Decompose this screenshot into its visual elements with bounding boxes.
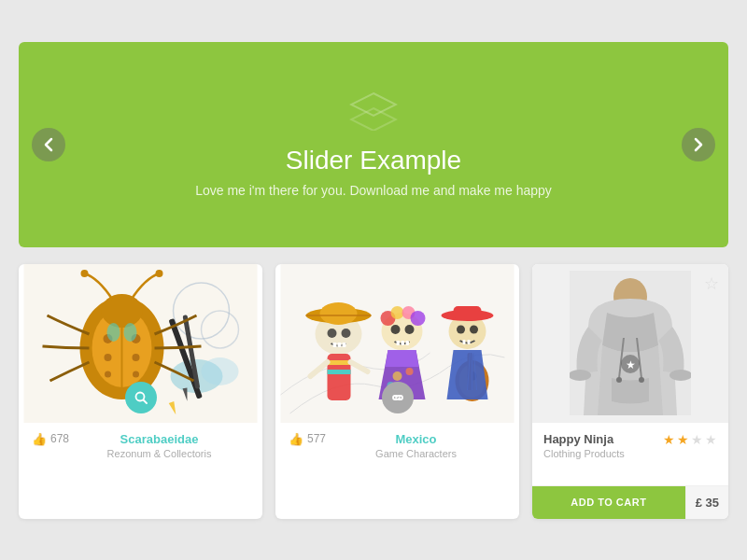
artwork-card-mexico: 👍 577 Mexico Game Characters xyxy=(275,264,519,519)
svg-rect-50 xyxy=(402,341,405,345)
star-1: ★ xyxy=(663,432,675,447)
svg-point-33 xyxy=(342,329,351,338)
like-icon-mexico: 👍 xyxy=(289,432,303,446)
artwork-card-scarabaeidae: 👍 678 Scarabaeidae Rezonum & Collectoris xyxy=(19,264,262,519)
svg-point-80 xyxy=(570,370,591,381)
product-rating: ★ ★ ★ ★ xyxy=(663,432,717,447)
product-grid: 👍 678 Scarabaeidae Rezonum & Collectoris xyxy=(19,264,728,519)
artwork-meta-scarabaeidae: Scarabaeidae Rezonum & Collectoris xyxy=(69,432,249,459)
svg-rect-36 xyxy=(343,343,346,347)
hero-slider: Slider Example Love me i'm there for you… xyxy=(19,42,728,247)
likes-count: 678 xyxy=(50,432,69,445)
artwork-search-button-scarabaeidae[interactable] xyxy=(125,382,157,413)
svg-point-21 xyxy=(133,354,140,361)
svg-point-61 xyxy=(470,325,478,333)
layers-icon xyxy=(195,91,552,134)
artwork-likes-mexico: 👍 577 xyxy=(289,432,326,446)
star-2: ★ xyxy=(677,432,689,447)
svg-point-18 xyxy=(105,354,112,361)
product-category: Clothing Products xyxy=(543,448,625,459)
svg-point-23 xyxy=(107,323,120,342)
product-info: Happy Ninja Clothing Products ★ ★ ★ ★ xyxy=(532,423,728,476)
svg-rect-38 xyxy=(328,360,351,365)
page-wrapper: Slider Example Love me i'm there for you… xyxy=(19,42,728,519)
slider-subtitle: Love me i'm there for you. Download me a… xyxy=(195,183,552,198)
artwork-info-mexico: 👍 577 Mexico Game Characters xyxy=(275,423,519,472)
slider-next-button[interactable] xyxy=(682,128,715,161)
like-icon: 👍 xyxy=(32,432,47,446)
svg-point-32 xyxy=(328,329,337,338)
svg-marker-53 xyxy=(386,350,419,367)
svg-point-77 xyxy=(639,377,644,383)
svg-point-46 xyxy=(411,311,426,326)
svg-rect-49 xyxy=(397,341,401,345)
product-card-happy-ninja: ★ ☆ Happy Ninja Clothing Products xyxy=(532,264,728,519)
artwork-image-scarabaeidae xyxy=(19,264,262,423)
svg-marker-71 xyxy=(447,350,488,399)
svg-point-14 xyxy=(102,294,143,328)
svg-text:★: ★ xyxy=(626,358,636,371)
slider-title: Slider Example xyxy=(195,146,552,175)
artwork-author: Rezonum & Collectoris xyxy=(107,448,212,459)
svg-point-54 xyxy=(393,371,402,381)
svg-point-48 xyxy=(405,325,415,334)
add-to-cart-button[interactable]: ADD TO CART xyxy=(532,486,685,519)
star-3: ★ xyxy=(691,432,703,447)
artwork-likes-scarabaeidae: 👍 678 xyxy=(32,432,69,446)
product-actions: ADD TO CART £ 35 xyxy=(532,485,728,519)
slider-prev-button[interactable] xyxy=(32,128,65,161)
svg-point-16 xyxy=(156,270,163,277)
svg-point-30 xyxy=(320,302,358,325)
product-price: £ 35 xyxy=(685,486,728,519)
star-4: ★ xyxy=(705,432,717,447)
svg-point-81 xyxy=(669,370,691,381)
artwork-author-mexico: Game Characters xyxy=(375,448,457,459)
artwork-meta-mexico: Mexico Game Characters xyxy=(326,432,506,459)
svg-rect-51 xyxy=(406,341,410,345)
svg-rect-62 xyxy=(463,340,466,344)
svg-point-6 xyxy=(202,357,239,385)
artwork-title: Scarabaeidae xyxy=(120,432,199,446)
svg-rect-39 xyxy=(328,370,351,374)
artwork-link-button-mexico[interactable] xyxy=(382,382,414,413)
likes-count-mexico: 577 xyxy=(307,432,326,445)
svg-point-19 xyxy=(105,371,111,377)
artwork-info-scarabaeidae: 👍 678 Scarabaeidae Rezonum & Collectoris xyxy=(19,423,262,472)
svg-rect-59 xyxy=(454,306,482,319)
product-favorite-button[interactable]: ☆ xyxy=(704,273,719,294)
svg-point-55 xyxy=(406,368,414,375)
svg-rect-35 xyxy=(338,343,342,347)
svg-point-22 xyxy=(133,371,139,377)
slider-content: Slider Example Love me i'm there for you… xyxy=(195,91,552,198)
artwork-title-mexico: Mexico xyxy=(395,432,436,446)
svg-point-15 xyxy=(81,270,89,277)
svg-point-47 xyxy=(391,325,401,334)
svg-rect-63 xyxy=(468,340,471,344)
product-image-wrap: ★ ☆ xyxy=(532,264,728,423)
svg-marker-1 xyxy=(351,108,396,131)
svg-point-24 xyxy=(124,323,137,342)
product-name: Happy Ninja xyxy=(543,432,625,446)
artwork-image-mexico xyxy=(275,264,519,423)
svg-point-44 xyxy=(391,306,404,319)
svg-line-26 xyxy=(143,399,147,403)
svg-marker-0 xyxy=(351,93,396,116)
svg-point-76 xyxy=(616,377,622,383)
svg-point-60 xyxy=(457,325,465,333)
svg-rect-34 xyxy=(333,343,337,347)
